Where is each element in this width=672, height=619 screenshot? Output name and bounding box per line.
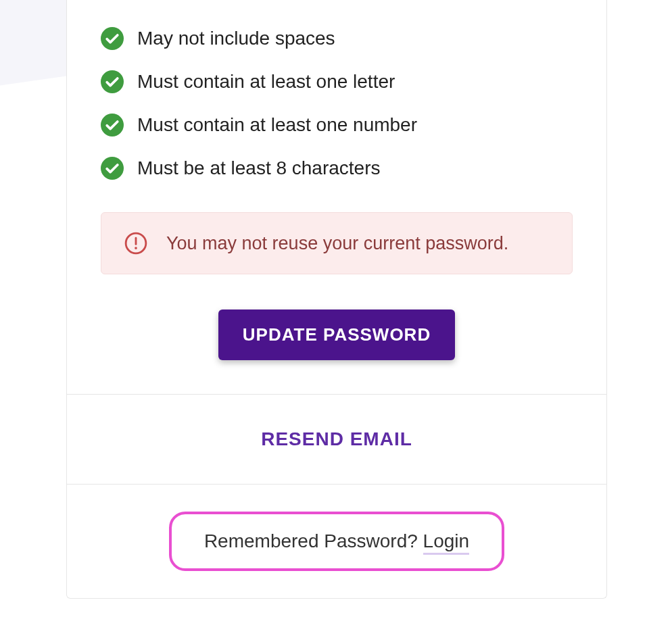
svg-point-3: [101, 157, 124, 180]
resend-section: RESEND EMAIL: [67, 394, 606, 484]
password-rule: Must be at least 8 characters: [101, 157, 573, 180]
rule-text: May not include spaces: [137, 28, 335, 49]
password-rule: Must contain at least one letter: [101, 70, 573, 93]
check-icon: [101, 70, 124, 93]
svg-point-2: [101, 114, 124, 137]
resend-email-link[interactable]: RESEND EMAIL: [261, 428, 412, 449]
check-icon: [101, 114, 124, 137]
footer-section: Remembered Password? Login: [67, 484, 606, 598]
alert-message: You may not reuse your current password.: [166, 233, 508, 254]
alert-icon: [124, 232, 147, 255]
svg-point-1: [101, 70, 124, 93]
update-password-button[interactable]: UPDATE PASSWORD: [218, 310, 455, 360]
svg-point-0: [101, 27, 124, 50]
check-icon: [101, 157, 124, 180]
main-section: May not include spaces Must contain at l…: [67, 0, 606, 394]
rule-text: Must be at least 8 characters: [137, 157, 381, 179]
remembered-password-text: Remembered Password?: [204, 530, 423, 551]
remember-highlight: Remembered Password? Login: [169, 512, 504, 571]
rule-text: Must contain at least one number: [137, 114, 417, 136]
svg-point-6: [135, 247, 137, 249]
password-card: May not include spaces Must contain at l…: [66, 0, 607, 599]
rule-text: Must contain at least one letter: [137, 71, 395, 93]
password-rule: Must contain at least one number: [101, 114, 573, 137]
password-rule: May not include spaces: [101, 27, 573, 50]
check-icon: [101, 27, 124, 50]
error-alert: You may not reuse your current password.: [101, 212, 573, 274]
login-link[interactable]: Login: [423, 530, 470, 555]
